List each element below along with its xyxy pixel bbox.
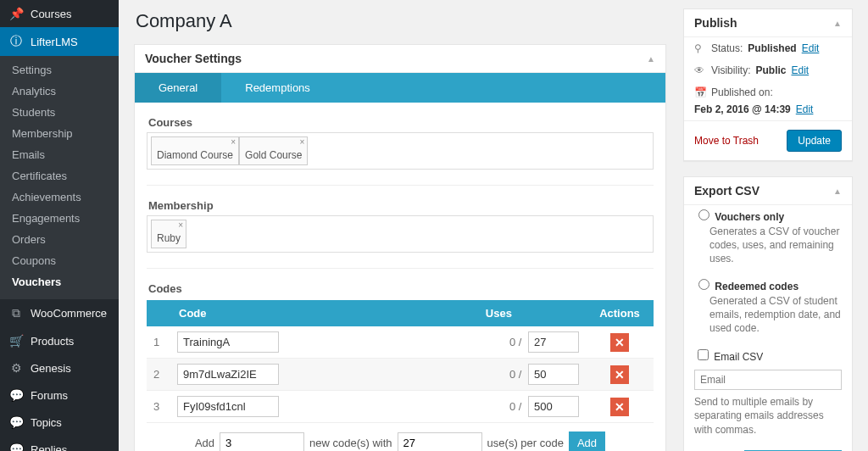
collapse-icon[interactable]: ▲ bbox=[833, 19, 842, 28]
sidebar-item-products[interactable]: 🛒Products bbox=[0, 327, 119, 354]
sidebar-item-label: LifterLMS bbox=[31, 36, 78, 48]
course-tag[interactable]: Diamond Course× bbox=[151, 136, 239, 165]
tab-redemptions[interactable]: Redemptions bbox=[221, 73, 334, 103]
chat-icon: 💬 bbox=[8, 415, 24, 429]
sidebar-submenu: SettingsAnalyticsStudentsMembershipEmail… bbox=[0, 56, 119, 299]
membership-label: Membership bbox=[148, 199, 654, 212]
used-count: 0 / bbox=[509, 336, 521, 348]
page-title: Company A bbox=[136, 10, 666, 32]
sidebar-sub-achievements[interactable]: Achievements bbox=[0, 187, 119, 208]
sidebar-item-genesis[interactable]: ⚙Genesis bbox=[0, 354, 119, 381]
update-button[interactable]: Update bbox=[787, 130, 842, 152]
calendar-icon: 📅 bbox=[694, 86, 706, 98]
add-count-input[interactable] bbox=[220, 432, 304, 451]
visibility-edit-link[interactable]: Edit bbox=[791, 64, 809, 76]
courses-field[interactable]: Diamond Course×Gold Course× bbox=[147, 132, 654, 170]
sidebar-item-topics[interactable]: 💬Topics bbox=[0, 409, 119, 436]
sidebar-item-label: Topics bbox=[31, 416, 62, 429]
export-vouchers-label: Vouchers only bbox=[715, 211, 784, 223]
chat-icon: 💬 bbox=[8, 443, 24, 451]
sidebar-item-label: Products bbox=[31, 335, 74, 348]
row-number: 2 bbox=[147, 359, 170, 391]
delete-row-button[interactable]: ✕ bbox=[610, 398, 629, 416]
uses-input[interactable] bbox=[528, 364, 579, 385]
sidebar-item-woocommerce[interactable]: ⧉WooCommerce bbox=[0, 299, 119, 327]
move-to-trash-link[interactable]: Move to Trash bbox=[694, 135, 759, 147]
email-hint: Send to multiple emails by separating em… bbox=[684, 393, 852, 443]
code-input[interactable] bbox=[177, 396, 279, 417]
row-number: 1 bbox=[147, 326, 170, 359]
chat-icon: 💬 bbox=[8, 388, 24, 402]
sidebar-item-label: Replies bbox=[31, 443, 67, 452]
sidebar-sub-settings[interactable]: Settings bbox=[0, 59, 119, 81]
sidebar-sub-students[interactable]: Students bbox=[0, 102, 119, 123]
table-row: 20 / ✕ bbox=[147, 359, 654, 391]
uses-input[interactable] bbox=[528, 331, 579, 353]
gear-icon: ⚙ bbox=[8, 361, 24, 375]
email-input[interactable] bbox=[694, 370, 842, 390]
published-label: Published on: bbox=[711, 86, 773, 98]
table-row: 10 / ✕ bbox=[147, 326, 654, 359]
sidebar-sub-vouchers[interactable]: Vouchers bbox=[0, 271, 119, 292]
add-label: Add bbox=[195, 437, 214, 449]
sidebar-item-replies[interactable]: 💬Replies bbox=[0, 436, 119, 451]
sidebar-sub-engagements[interactable]: Engagements bbox=[0, 208, 119, 229]
add-uses-input[interactable] bbox=[398, 432, 482, 451]
membership-tag[interactable]: Ruby× bbox=[151, 220, 186, 248]
remove-tag-icon[interactable]: × bbox=[300, 137, 305, 147]
add-button[interactable]: Add bbox=[569, 432, 605, 451]
table-row: 30 / ✕ bbox=[147, 391, 654, 423]
sidebar-sub-certificates[interactable]: Certificates bbox=[0, 165, 119, 187]
codes-col-code: Code bbox=[170, 300, 412, 326]
used-count: 0 / bbox=[509, 400, 521, 413]
sidebar-item-lifterlms[interactable]: ⓘ LifterLMS bbox=[0, 27, 119, 56]
export-redeemed-label: Redeemed codes bbox=[715, 281, 798, 292]
add-label-mid: new code(s) with bbox=[309, 437, 392, 449]
code-input[interactable] bbox=[177, 331, 279, 353]
published-edit-link[interactable]: Edit bbox=[796, 103, 814, 115]
email-csv-checkbox[interactable] bbox=[698, 349, 709, 360]
sidebar-item-forums[interactable]: 💬Forums bbox=[0, 381, 119, 409]
postbox-title: Voucher Settings bbox=[145, 52, 242, 65]
sidebar-sub-analytics[interactable]: Analytics bbox=[0, 81, 119, 102]
codes-table: Code Uses Actions 10 / ✕20 / ✕30 / ✕ bbox=[147, 300, 654, 423]
add-codes-row: Add new code(s) with use(s) per code Add bbox=[147, 432, 654, 451]
remove-tag-icon[interactable]: × bbox=[231, 137, 236, 147]
sidebar-item-courses[interactable]: 📌 Courses bbox=[0, 0, 119, 27]
uses-input[interactable] bbox=[528, 396, 579, 417]
sidebar-sub-membership[interactable]: Membership bbox=[0, 123, 119, 144]
admin-sidebar: 📌 Courses ⓘ LifterLMS SettingsAnalyticsS… bbox=[0, 0, 119, 451]
delete-row-button[interactable]: ✕ bbox=[610, 365, 629, 384]
status-edit-link[interactable]: Edit bbox=[802, 42, 820, 54]
courses-label: Courses bbox=[148, 116, 654, 129]
add-label-end: use(s) per code bbox=[487, 437, 564, 449]
sidebar-item-label: WooCommerce bbox=[31, 307, 107, 320]
collapse-icon[interactable]: ▲ bbox=[647, 54, 655, 64]
settings-tabs: General Redemptions bbox=[135, 73, 665, 103]
publish-box: Publish ▲ ⚲ Status: Published Edit 👁 Vis… bbox=[683, 8, 853, 161]
status-label: Status: bbox=[711, 42, 743, 54]
tab-general[interactable]: General bbox=[135, 73, 221, 103]
codes-label: Codes bbox=[148, 282, 654, 295]
code-input[interactable] bbox=[177, 364, 279, 385]
sidebar-sub-emails[interactable]: Emails bbox=[0, 144, 119, 165]
sidebar-sub-coupons[interactable]: Coupons bbox=[0, 250, 119, 271]
export-vouchers-radio[interactable] bbox=[698, 209, 709, 220]
sidebar-sub-orders[interactable]: Orders bbox=[0, 229, 119, 250]
export-redeemed-desc: Generated a CSV of student emails, redem… bbox=[709, 294, 842, 336]
delete-row-button[interactable]: ✕ bbox=[610, 333, 629, 352]
published-value: Feb 2, 2016 @ 14:39 bbox=[694, 103, 791, 115]
postbox-title: Publish bbox=[694, 16, 737, 30]
voucher-settings-box: Voucher Settings ▲ General Redemptions C… bbox=[134, 44, 666, 451]
key-icon: ⚲ bbox=[694, 42, 706, 54]
info-icon: ⓘ bbox=[8, 34, 24, 49]
collapse-icon[interactable]: ▲ bbox=[833, 187, 842, 196]
used-count: 0 / bbox=[509, 368, 521, 381]
membership-field[interactable]: Ruby× bbox=[147, 215, 654, 253]
codes-col-actions: Actions bbox=[586, 300, 654, 326]
export-redeemed-radio[interactable] bbox=[698, 279, 709, 290]
row-number: 3 bbox=[147, 391, 170, 423]
remove-tag-icon[interactable]: × bbox=[178, 220, 183, 230]
sidebar-item-label: Courses bbox=[31, 8, 71, 20]
course-tag[interactable]: Gold Course× bbox=[239, 136, 308, 165]
